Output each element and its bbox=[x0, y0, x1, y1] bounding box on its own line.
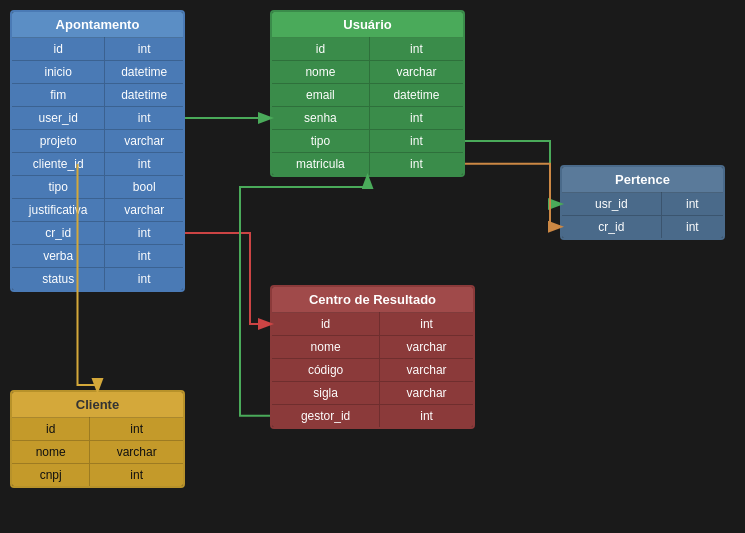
field-name: cnpj bbox=[12, 464, 90, 487]
field-name: verba bbox=[12, 245, 105, 268]
table-row: verbaint bbox=[12, 245, 183, 268]
table-row: gestor_idint bbox=[272, 405, 473, 428]
table-row: senhaint bbox=[272, 107, 463, 130]
field-type: datetime bbox=[369, 84, 463, 107]
field-name: cliente_id bbox=[12, 153, 105, 176]
field-name: nome bbox=[272, 336, 380, 359]
field-type: int bbox=[105, 268, 183, 291]
field-type: int bbox=[90, 464, 183, 487]
table-pertence: Pertence usr_idintcr_idint bbox=[560, 165, 725, 240]
field-type: int bbox=[369, 107, 463, 130]
table-row: cnpjint bbox=[12, 464, 183, 487]
field-name: sigla bbox=[272, 382, 380, 405]
table-row: idint bbox=[12, 418, 183, 441]
table-row: tipobool bbox=[12, 176, 183, 199]
field-name: nome bbox=[272, 61, 369, 84]
table-row: cr_idint bbox=[562, 216, 723, 239]
table-row: matriculaint bbox=[272, 153, 463, 176]
field-name: matricula bbox=[272, 153, 369, 176]
field-type: varchar bbox=[90, 441, 183, 464]
field-type: int bbox=[369, 153, 463, 176]
field-name: id bbox=[272, 313, 380, 336]
field-name: status bbox=[12, 268, 105, 291]
table-row: usr_idint bbox=[562, 193, 723, 216]
field-name: fim bbox=[12, 84, 105, 107]
field-type: int bbox=[369, 130, 463, 153]
field-type: bool bbox=[105, 176, 183, 199]
table-usuario: Usuário idintnomevarcharemaildatetimesen… bbox=[270, 10, 465, 177]
table-row: nomevarchar bbox=[272, 336, 473, 359]
table-row: siglavarchar bbox=[272, 382, 473, 405]
field-type: varchar bbox=[380, 336, 473, 359]
table-row: nomevarchar bbox=[12, 441, 183, 464]
table-row: user_idint bbox=[12, 107, 183, 130]
field-type: int bbox=[105, 153, 183, 176]
pertence-title: Pertence bbox=[562, 167, 723, 193]
field-type: int bbox=[105, 245, 183, 268]
field-type: int bbox=[105, 107, 183, 130]
field-type: varchar bbox=[369, 61, 463, 84]
field-type: datetime bbox=[105, 84, 183, 107]
field-name: código bbox=[272, 359, 380, 382]
field-type: datetime bbox=[105, 61, 183, 84]
field-name: id bbox=[272, 38, 369, 61]
field-type: int bbox=[90, 418, 183, 441]
table-row: projetovarchar bbox=[12, 130, 183, 153]
field-type: int bbox=[380, 405, 473, 428]
table-row: statusint bbox=[12, 268, 183, 291]
table-row: iniciodatetime bbox=[12, 61, 183, 84]
table-row: justificativavarchar bbox=[12, 199, 183, 222]
field-name: usr_id bbox=[562, 193, 661, 216]
table-row: códigovarchar bbox=[272, 359, 473, 382]
field-name: inicio bbox=[12, 61, 105, 84]
table-row: tipoint bbox=[272, 130, 463, 153]
table-row: cr_idint bbox=[12, 222, 183, 245]
field-name: nome bbox=[12, 441, 90, 464]
table-row: nomevarchar bbox=[272, 61, 463, 84]
field-name: tipo bbox=[272, 130, 369, 153]
cliente-title: Cliente bbox=[12, 392, 183, 418]
field-type: varchar bbox=[105, 130, 183, 153]
field-type: varchar bbox=[380, 359, 473, 382]
field-name: email bbox=[272, 84, 369, 107]
table-row: fimdatetime bbox=[12, 84, 183, 107]
field-name: user_id bbox=[12, 107, 105, 130]
field-name: cr_id bbox=[12, 222, 105, 245]
field-type: int bbox=[661, 193, 723, 216]
field-type: varchar bbox=[105, 199, 183, 222]
field-type: int bbox=[380, 313, 473, 336]
field-type: int bbox=[105, 222, 183, 245]
usuario-title: Usuário bbox=[272, 12, 463, 38]
table-row: idint bbox=[12, 38, 183, 61]
field-type: int bbox=[369, 38, 463, 61]
field-type: int bbox=[105, 38, 183, 61]
field-name: gestor_id bbox=[272, 405, 380, 428]
table-centro: Centro de Resultado idintnomevarcharcódi… bbox=[270, 285, 475, 429]
field-type: int bbox=[661, 216, 723, 239]
table-row: cliente_idint bbox=[12, 153, 183, 176]
centro-title: Centro de Resultado bbox=[272, 287, 473, 313]
table-row: idint bbox=[272, 313, 473, 336]
table-row: idint bbox=[272, 38, 463, 61]
apontamento-title: Apontamento bbox=[12, 12, 183, 38]
field-name: justificativa bbox=[12, 199, 105, 222]
field-type: varchar bbox=[380, 382, 473, 405]
table-apontamento: Apontamento idintiniciodatetimefimdateti… bbox=[10, 10, 185, 292]
field-name: senha bbox=[272, 107, 369, 130]
field-name: cr_id bbox=[562, 216, 661, 239]
field-name: tipo bbox=[12, 176, 105, 199]
field-name: id bbox=[12, 38, 105, 61]
field-name: projeto bbox=[12, 130, 105, 153]
table-cliente: Cliente idintnomevarcharcnpjint bbox=[10, 390, 185, 488]
field-name: id bbox=[12, 418, 90, 441]
table-row: emaildatetime bbox=[272, 84, 463, 107]
